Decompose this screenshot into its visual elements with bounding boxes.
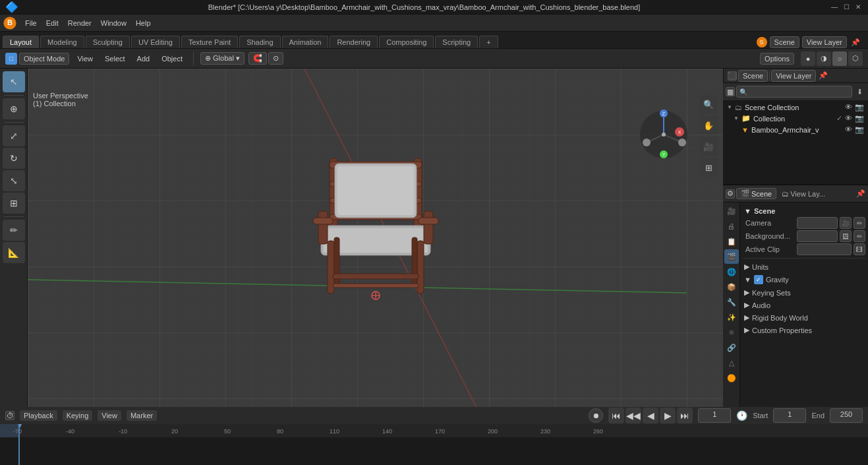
tab-shading[interactable]: Shading [239,36,280,48]
timeline-editor-icon[interactable]: ⏱ [5,411,14,420]
cursor-tool-btn[interactable]: ⊕ [3,98,25,119]
scene-collection-vis-icon[interactable]: 👁 [845,103,852,111]
select-tool-btn[interactable]: ↖ [3,71,25,92]
background-prop-value[interactable] [797,230,838,242]
props-viewlayer-tab[interactable]: 🗂 View Lay... [778,189,829,199]
collection-render-icon[interactable]: 📷 [855,114,864,123]
editor-type-icon[interactable]: ⬛ [728,71,737,80]
scene-dropdown[interactable]: Scene [770,36,799,48]
audio-section-header[interactable]: ▶ Audio [743,299,865,311]
outliner-filter-icon[interactable]: ⬇ [854,86,865,98]
object-menu[interactable]: Object [158,53,187,64]
scene-collection-render-icon[interactable]: 📷 [855,103,864,111]
zoom-to-fit-btn[interactable]: 🔍 [699,95,718,113]
end-frame-input[interactable]: 250 [830,408,863,423]
measure-tool-btn[interactable]: 📐 [3,242,25,263]
background-prop-edit-icon[interactable]: ✏ [854,230,865,242]
object-vis-icon[interactable]: 👁 [845,125,852,134]
viewport[interactable]: User Perspective (1) Collection [28,69,723,407]
material-shading-btn[interactable]: ◑ [817,51,831,66]
background-prop-icon[interactable]: 🖼 [840,230,852,242]
props-editor-icon[interactable]: ⚙ [726,189,735,199]
rendered-shading-btn[interactable]: ○ [832,51,847,66]
rotate-tool-btn[interactable]: ↻ [3,148,25,169]
object-mode-dropdown[interactable]: Object Mode [19,53,69,65]
output-props-icon[interactable]: 🖨 [724,219,739,233]
viewlayer-props-icon[interactable]: 📋 [724,234,739,249]
outliner-collection[interactable]: ▼ 📁 Collection ✓ 👁 📷 [723,113,868,124]
select-menu[interactable]: Select [101,53,129,64]
tab-texture-paint[interactable]: Texture Paint [181,36,238,48]
object-props-icon[interactable]: 📦 [724,280,739,294]
add-menu[interactable]: Add [133,53,154,64]
gravity-checkbox[interactable]: ✓ [754,275,763,284]
camera-prop-edit-icon[interactable]: ✏ [854,217,865,229]
scene-section-header[interactable]: ▼ Scene [743,205,865,217]
outliner-object[interactable]: ▼ Bamboo_Armchair_v 👁 📷 [723,124,868,135]
marker-btn[interactable]: Marker [127,410,157,421]
viewlayer-name-dropdown[interactable]: View Layer [771,70,816,82]
rigid-body-section-header[interactable]: ▶ Rigid Body World [743,311,865,324]
camera-prop-value[interactable] [797,217,838,229]
collection-vis-icon[interactable]: 👁 [845,114,852,123]
annotate-tool-btn[interactable]: ✏ [3,220,25,241]
render-props-icon[interactable]: 🎥 [724,204,739,218]
snap-dropdown[interactable]: 🧲 [248,52,267,65]
transform-dropdown[interactable]: ⊕ Global ▾ [200,52,245,65]
view-dropdown[interactable]: View [98,410,121,421]
physics-props-icon[interactable]: ⚛ [724,325,739,340]
material-props-icon[interactable]: 🟠 [724,371,739,385]
playback-dropdown[interactable]: Playback [20,410,57,421]
scale-tool-btn[interactable]: ⤡ [3,170,25,191]
gravity-section-header[interactable]: ▼ ✓ Gravity [743,273,865,286]
camera-prop-icon[interactable]: 🎥 [840,217,852,229]
outliner-scene-collection[interactable]: ▼ 🗂 Scene Collection 👁 📷 [723,102,868,113]
current-frame-input[interactable]: 1 [698,408,731,423]
start-frame-input[interactable]: 1 [773,408,806,423]
tab-sculpting[interactable]: Sculpting [86,36,130,48]
scene-name-dropdown[interactable]: Scene [738,70,768,82]
world-props-icon[interactable]: 🌐 [724,264,739,279]
outliner-editor-icon[interactable]: ▦ [726,87,735,96]
keying-sets-section-header[interactable]: ▶ Keying Sets [743,286,865,299]
active-clip-prop-value[interactable] [797,243,852,255]
proportional-dropdown[interactable]: ⊙ [268,52,283,65]
wireframe-shading-btn[interactable]: ⬡ [848,51,863,66]
tab-animation[interactable]: Animation [282,36,329,48]
step-back-btn[interactable]: ◀◀ [625,408,641,423]
particles-props-icon[interactable]: ✨ [724,310,739,325]
transform-tool-btn[interactable]: ⊞ [3,193,25,214]
camera-view-btn[interactable]: 🎥 [699,137,718,156]
tab-scripting[interactable]: Scripting [435,36,478,48]
constraints-props-icon[interactable]: 🔗 [724,340,739,355]
play-btn[interactable]: ▶ [660,408,676,423]
menu-window[interactable]: Window [97,18,130,28]
outliner-search-input[interactable] [736,86,852,98]
ortho-view-btn[interactable]: ⊞ [699,158,718,177]
tab-layout[interactable]: Layout [3,36,39,48]
custom-props-section-header[interactable]: ▶ Custom Properties [743,324,865,336]
close-button[interactable]: ✕ [854,3,863,12]
timeline-track[interactable]: -70 -40 -10 20 50 80 110 140 170 200 230… [0,424,868,465]
menu-edit[interactable]: Edit [42,18,63,28]
tab-compositing[interactable]: Compositing [379,36,434,48]
jump-end-btn[interactable]: ⏭ [677,408,693,423]
keying-dropdown[interactable]: Keying [63,410,93,421]
menu-help[interactable]: Help [132,18,155,28]
viewlayer-dropdown[interactable]: View Layer [802,36,847,48]
menu-file[interactable]: File [21,18,41,28]
record-button[interactable]: ⏺ [589,408,603,423]
scene-props-icon[interactable]: 🎬 [724,249,739,264]
tab-rendering[interactable]: Rendering [330,36,378,48]
move-tool-btn[interactable]: ⤢ [3,125,25,146]
jump-start-btn[interactable]: ⏮ [608,408,624,423]
play-reverse-btn[interactable]: ◀ [643,408,658,423]
units-section-header[interactable]: ▶ Units [743,261,865,273]
pan-tool-btn[interactable]: ✋ [699,116,718,135]
modifier-props-icon[interactable]: 🔧 [724,295,739,309]
object-render-icon[interactable]: 📷 [855,125,864,134]
props-scene-tab[interactable]: 🎬 Scene [736,188,776,199]
minimize-button[interactable]: — [830,3,839,12]
viewlayer-pin-icon[interactable]: 📌 [819,71,828,80]
tab-uv-editing[interactable]: UV Editing [131,36,180,48]
